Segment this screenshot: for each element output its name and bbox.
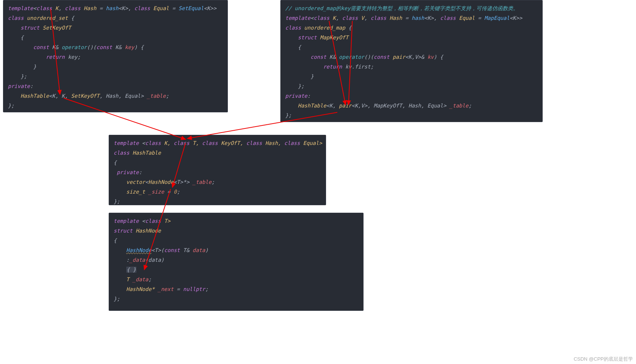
code-panel-unordered-map: // unordered_map的key需要支持转为整型，相等判断，若关键字类型… — [280, 0, 543, 122]
comment-line: // unordered_map的key需要支持转为整型，相等判断，若关键字类型… — [285, 5, 518, 11]
watermark-text: CSDN @CPP的底层是哲学 — [574, 356, 633, 363]
kw-template: template — [8, 5, 33, 11]
code-panel-hashtable: template <class K, class T, class KeyOfT… — [109, 135, 326, 205]
code-panel-unordered-set: template<class K, class Hash = hash<K>, … — [3, 0, 228, 112]
code-block-map: // unordered_map的key需要支持转为整型，相等判断，若关键字类型… — [281, 0, 542, 124]
selected-braces: { } — [126, 267, 136, 273]
code-panel-hashnode: template <class T> struct HashNode { Has… — [109, 213, 364, 311]
code-block-hashtable: template <class K, class T, class KeyOfT… — [109, 135, 326, 210]
code-block-set: template<class K, class Hash = hash<K>, … — [3, 0, 227, 114]
code-block-hashnode: template <class T> struct HashNode { Has… — [109, 213, 363, 307]
